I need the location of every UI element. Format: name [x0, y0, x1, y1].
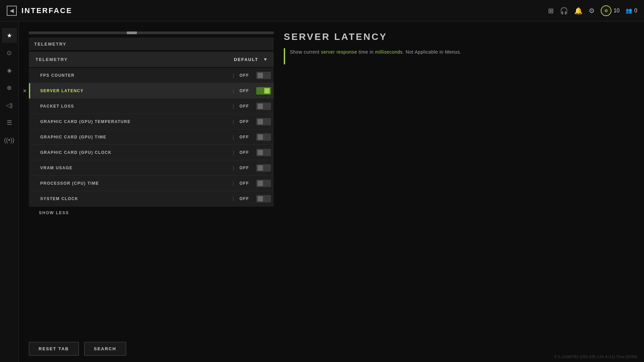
detail-description: Show current server response time in mil…	[290, 48, 461, 56]
setting-value-vram: OFF	[239, 166, 250, 170]
close-icon[interactable]: ✕	[23, 88, 27, 94]
section-title: TELEMETRY	[34, 42, 66, 47]
divider: |	[233, 196, 234, 201]
table-row[interactable]: GRAPHIC CARD (GPU) TIME | OFF	[30, 129, 274, 145]
setting-name-gpu-temp: GRAPHIC CARD (GPU) TEMPERATURE	[40, 119, 233, 124]
dropdown-arrow-icon: ▼	[263, 57, 268, 62]
headset-icon[interactable]: 🎧	[560, 7, 568, 15]
detail-description-container: Show current server response time in mil…	[284, 48, 634, 64]
sidebar-item-crosshair[interactable]: ⊕	[2, 80, 17, 95]
table-row[interactable]: GRAPHIC CARD (GPU) CLOCK | OFF	[30, 145, 274, 160]
sidebar-item-star[interactable]: ★	[2, 28, 17, 43]
divider: |	[233, 181, 234, 186]
setting-value-gpu-clock: OFF	[239, 150, 250, 155]
table-row[interactable]: FPS COUNTER | OFF	[30, 68, 274, 83]
setting-name-gpu-time: GRAPHIC CARD (GPU) TIME	[40, 135, 233, 139]
bell-icon[interactable]: 🔔	[574, 7, 583, 15]
toggle-cpu-time[interactable]	[256, 180, 271, 187]
sidebar-item-sound[interactable]: ◁)	[2, 98, 17, 113]
dropdown-selected: DEFAULT	[234, 57, 258, 62]
setting-name-gpu-clock: GRAPHIC CARD (GPU) CLOCK	[40, 150, 233, 155]
highlight-milliseconds: milliseconds	[375, 49, 402, 55]
sidebar-item-hud[interactable]: ☰	[2, 115, 17, 130]
header-right: ⊞ 🎧 🔔 ⚙ ⊙ 10 👥 0	[548, 5, 637, 16]
table-row[interactable]: VRAM USAGE | OFF	[30, 160, 274, 176]
setting-name-server-latency: SERVER LATENCY	[40, 88, 233, 93]
table-row[interactable]: PROCESSOR (CPU) TIME | OFF	[30, 176, 274, 191]
dropdown-value[interactable]: DEFAULT ▼	[234, 57, 274, 62]
setting-name-fps: FPS COUNTER	[40, 73, 233, 78]
setting-value-packet-loss: OFF	[239, 104, 250, 109]
divider: |	[233, 88, 234, 94]
setting-name-system-clock: SYSTEM CLOCK	[40, 196, 233, 201]
dropdown-label: TELEMETRY	[29, 57, 234, 62]
sidebar: ★ ⊙ ◈ ⊕ ◁) ☰ ((•))	[0, 21, 19, 362]
setting-value-system-clock: OFF	[239, 196, 250, 201]
scroll-indicator	[29, 32, 274, 34]
player-badge: 👥 0	[626, 7, 637, 14]
player-count: 0	[634, 8, 637, 14]
back-button[interactable]: ◀	[7, 6, 17, 16]
divider: |	[233, 104, 234, 109]
xp-count: 10	[613, 8, 620, 14]
toggle-gpu-clock[interactable]	[256, 149, 271, 156]
toggle-gpu-temp[interactable]	[256, 118, 271, 125]
divider: |	[233, 134, 234, 140]
bottom-bar: RESET TAB SEARCH	[19, 335, 644, 362]
gear-icon[interactable]: ⚙	[589, 7, 595, 15]
setting-name-cpu-time: PROCESSOR (CPU) TIME	[40, 181, 233, 186]
sidebar-item-user[interactable]: ⊙	[2, 46, 17, 60]
grid-icon[interactable]: ⊞	[548, 7, 554, 15]
table-row[interactable]: PACKET LOSS | OFF	[30, 99, 274, 114]
version-text: 9.3.12480782 [255.105.144.4+11] Time [63…	[554, 355, 638, 359]
sidebar-item-network[interactable]: ((•))	[2, 133, 17, 147]
settings-list: FPS COUNTER | OFF ✕ SERVER LATENCY | OFF…	[29, 68, 274, 206]
toggle-vram[interactable]	[256, 164, 271, 172]
detail-accent-bar	[284, 48, 285, 64]
divider: |	[233, 73, 234, 78]
table-row[interactable]: GRAPHIC CARD (GPU) TEMPERATURE | OFF	[30, 114, 274, 129]
setting-value-fps: OFF	[239, 73, 250, 78]
search-button[interactable]: SEARCH	[84, 342, 126, 356]
show-less-label: SHOW LESS	[39, 210, 69, 215]
toggle-fps[interactable]	[256, 72, 271, 79]
table-row[interactable]: ✕ SERVER LATENCY | OFF	[29, 83, 274, 99]
left-panel: TELEMETRY TELEMETRY DEFAULT ▼ FPS COUNTE…	[29, 32, 274, 352]
header: ◀ INTERFACE ⊞ 🎧 🔔 ⚙ ⊙ 10 👥 0	[0, 0, 644, 21]
xp-circle: ⊙	[601, 5, 611, 16]
telemetry-dropdown-row[interactable]: TELEMETRY DEFAULT ▼	[29, 52, 274, 67]
toggle-system-clock[interactable]	[256, 195, 271, 202]
player-icon: 👥	[626, 7, 632, 14]
show-less-button[interactable]: SHOW LESS	[29, 206, 274, 219]
setting-value-gpu-time: OFF	[239, 135, 250, 139]
xp-badge: ⊙ 10	[601, 5, 620, 16]
setting-name-vram: VRAM USAGE	[40, 166, 233, 170]
toggle-server-latency[interactable]	[256, 87, 271, 95]
setting-value-server-latency: OFF	[239, 88, 250, 93]
setting-value-gpu-temp: OFF	[239, 119, 250, 124]
page-title: INTERFACE	[21, 6, 72, 15]
reset-tab-button[interactable]: RESET TAB	[29, 342, 79, 356]
section-header: TELEMETRY	[29, 38, 274, 50]
setting-name-packet-loss: PACKET LOSS	[40, 104, 233, 109]
divider: |	[233, 165, 234, 171]
highlight-server-response: server response	[321, 49, 357, 55]
toggle-packet-loss[interactable]	[256, 103, 271, 110]
right-panel: SERVER LATENCY Show current server respo…	[284, 32, 634, 352]
detail-title: SERVER LATENCY	[284, 32, 634, 42]
table-row[interactable]: SYSTEM CLOCK | OFF	[30, 191, 274, 206]
divider: |	[233, 119, 234, 124]
setting-value-cpu-time: OFF	[239, 181, 250, 186]
back-icon: ◀	[10, 7, 14, 14]
sidebar-item-controller[interactable]: ◈	[2, 63, 17, 78]
toggle-gpu-time[interactable]	[256, 133, 271, 141]
main-content: TELEMETRY TELEMETRY DEFAULT ▼ FPS COUNTE…	[19, 21, 644, 362]
header-left: ◀ INTERFACE	[7, 6, 72, 16]
divider: |	[233, 150, 234, 155]
